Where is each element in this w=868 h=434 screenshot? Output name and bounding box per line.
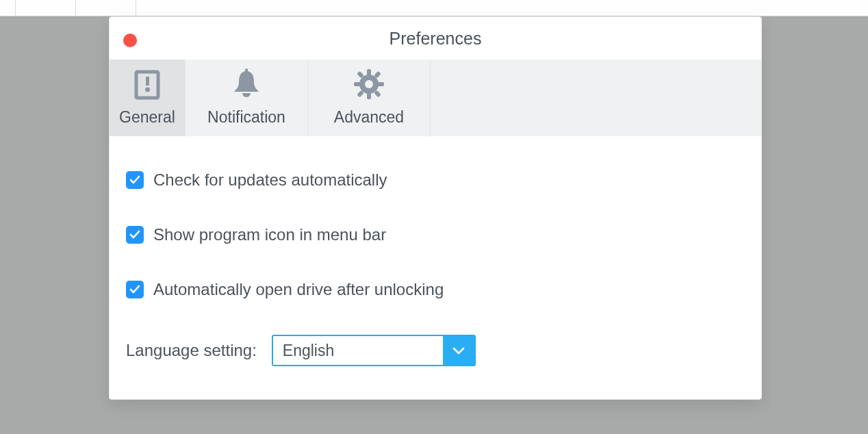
window-title: Preferences: [390, 29, 482, 49]
svg-rect-7: [354, 82, 361, 86]
option-label: Automatically open drive after unlocking: [153, 280, 444, 299]
tab-advanced[interactable]: Advanced: [308, 60, 430, 136]
svg-rect-5: [367, 69, 371, 76]
content-pane: Check for updates automatically Show pro…: [110, 136, 761, 383]
check-icon: [129, 283, 141, 296]
svg-point-13: [365, 80, 373, 88]
titlebar: Preferences: [110, 17, 761, 60]
svg-point-2: [145, 87, 150, 92]
tab-label: General: [119, 108, 175, 127]
tab-bar: General Notification: [110, 60, 761, 136]
checkbox-auto-open-drive[interactable]: [126, 281, 144, 298]
svg-rect-3: [245, 68, 248, 73]
check-icon: [129, 174, 141, 186]
option-show-menubar-icon: Show program icon in menu bar: [126, 225, 745, 244]
svg-rect-1: [146, 77, 149, 86]
check-icon: [129, 229, 141, 241]
tab-general[interactable]: General: [110, 60, 185, 136]
checkbox-check-updates[interactable]: [126, 171, 144, 189]
language-row: Language setting: English: [126, 335, 745, 366]
option-label: Show program icon in menu bar: [153, 225, 386, 244]
language-label: Language setting:: [126, 341, 257, 360]
option-check-updates: Check for updates automatically: [126, 170, 745, 190]
tab-notification[interactable]: Notification: [186, 60, 307, 136]
svg-rect-8: [377, 82, 384, 86]
option-auto-open-drive: Automatically open drive after unlocking: [126, 280, 745, 299]
svg-rect-6: [367, 92, 371, 99]
tab-label: Notification: [207, 108, 285, 127]
tab-label: Advanced: [334, 108, 404, 127]
option-label: Check for updates automatically: [153, 170, 387, 190]
language-select[interactable]: English: [272, 335, 476, 366]
general-icon: [133, 68, 161, 101]
preferences-window: Preferences General Notifica: [109, 16, 762, 400]
background-toolbar: [0, 0, 868, 16]
checkbox-show-menubar-icon[interactable]: [126, 226, 144, 244]
close-icon[interactable]: [123, 34, 137, 47]
bell-icon: [230, 67, 263, 101]
chevron-down-icon: [443, 336, 474, 365]
language-value: English: [273, 336, 443, 365]
gear-icon: [352, 67, 386, 101]
